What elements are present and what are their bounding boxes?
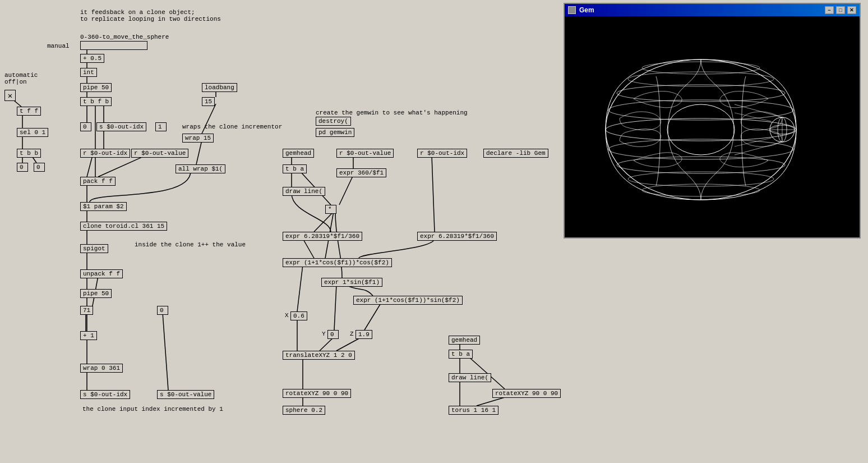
svg-point-52 bbox=[606, 118, 796, 141]
box-int[interactable]: int bbox=[80, 68, 97, 77]
gem-window: Gem − □ ✕ bbox=[564, 3, 861, 239]
comment-feedsback: it feedsback on a clone object; to repli… bbox=[80, 9, 221, 22]
svg-line-30 bbox=[303, 239, 314, 258]
box-expr1sin[interactable]: expr 1*sin($f1) bbox=[321, 278, 382, 287]
box-tbfb[interactable]: t b f b bbox=[80, 97, 112, 106]
box-input[interactable] bbox=[80, 41, 147, 50]
box-loadbang[interactable]: loadbang bbox=[202, 83, 237, 92]
box-1[interactable]: 1 bbox=[155, 122, 167, 131]
box-tff[interactable]: t f f bbox=[17, 107, 41, 116]
box-r0outidx[interactable]: r $0-out-idx bbox=[80, 149, 130, 158]
box-Y-val[interactable]: 0 bbox=[327, 330, 339, 339]
box-rotateXYZ-1[interactable]: rotateXYZ 90 0 90 bbox=[283, 389, 351, 398]
box-0-2[interactable]: 0 bbox=[17, 163, 28, 172]
box-wrap15[interactable]: wrap 15 bbox=[182, 134, 214, 143]
gem-minimize-button[interactable]: − bbox=[825, 6, 834, 14]
comment-inside: inside the clone 1++ the value bbox=[135, 241, 246, 248]
comment-manual: manual bbox=[47, 43, 70, 49]
box-pipe50-1[interactable]: pipe 50 bbox=[80, 83, 112, 92]
box-packff[interactable]: pack f f bbox=[80, 177, 116, 186]
svg-line-10 bbox=[87, 155, 93, 177]
patch-area: it feedsback on a clone object; to repli… bbox=[0, 0, 561, 463]
svg-point-53 bbox=[608, 100, 793, 120]
svg-line-42 bbox=[468, 356, 505, 389]
box-tba-2[interactable]: t b a bbox=[449, 350, 473, 359]
box-0-3[interactable]: 0 bbox=[34, 163, 45, 172]
box-expr1cos-2[interactable]: expr (1+1*cos($f1))*sin($f2) bbox=[353, 296, 463, 305]
box-add1[interactable]: + 1 bbox=[80, 331, 97, 340]
svg-point-60 bbox=[642, 184, 760, 196]
gem-maximize-button[interactable]: □ bbox=[836, 6, 845, 14]
box-0-4[interactable]: 0 bbox=[157, 306, 168, 315]
box-gemhead-2[interactable]: gemhead bbox=[449, 336, 480, 345]
comment-automatic: automatic off|on bbox=[4, 72, 38, 85]
box-expr360[interactable]: expr 360/$f1 bbox=[336, 168, 386, 177]
box-torus[interactable]: torus 1 16 1 bbox=[449, 406, 498, 415]
box-unpackff[interactable]: unpack f f bbox=[80, 269, 123, 278]
gem-titlebar: Gem − □ ✕ bbox=[565, 4, 860, 16]
comment-0360: 0-360-to_move_the_sphere bbox=[80, 34, 169, 40]
svg-line-34 bbox=[364, 302, 381, 330]
box-tba-1[interactable]: t b a bbox=[283, 164, 307, 173]
box-declarelib[interactable]: declare -lib Gem bbox=[483, 149, 548, 158]
svg-line-68 bbox=[735, 113, 771, 121]
box-pdgemwin[interactable]: pd gemwin bbox=[316, 128, 354, 137]
box-rotateXYZ-2[interactable]: rotateXYZ 90 0 90 bbox=[492, 389, 561, 398]
svg-line-69 bbox=[735, 138, 771, 146]
box-drawline-1[interactable]: draw line( bbox=[283, 187, 325, 196]
box-tbb[interactable]: t b b bbox=[17, 149, 41, 158]
toggle-automanual[interactable]: ✕ bbox=[4, 90, 16, 101]
svg-point-57 bbox=[608, 139, 793, 159]
svg-line-11 bbox=[98, 155, 146, 177]
comment-wraps: wraps the clone incrementor bbox=[182, 123, 282, 130]
box-allwrap[interactable]: all wrap $1( bbox=[176, 164, 225, 173]
box-mult[interactable]: * bbox=[325, 205, 336, 214]
box-1param2[interactable]: $1 param $2 bbox=[80, 202, 127, 211]
svg-point-50 bbox=[606, 59, 796, 200]
box-71[interactable]: 71 bbox=[80, 306, 93, 315]
gem-render-svg bbox=[583, 20, 841, 233]
box-gemhead-1[interactable]: gemhead bbox=[283, 149, 314, 158]
box-r0outvalue[interactable]: r $0-out-value bbox=[131, 149, 188, 158]
box-expr628-2[interactable]: expr 6.28319*$f1/360 bbox=[417, 232, 497, 241]
svg-line-9 bbox=[196, 140, 202, 164]
box-wrap0361[interactable]: wrap 0 361 bbox=[80, 364, 123, 373]
svg-line-33 bbox=[334, 285, 336, 330]
comment-gemwin: create the gemwin to see what's happenin… bbox=[316, 109, 468, 116]
box-clonetoroid[interactable]: clone toroid.cl 361 15 bbox=[80, 222, 167, 231]
box-spigot[interactable]: spigot bbox=[80, 244, 108, 253]
box-15[interactable]: 15 bbox=[202, 97, 215, 106]
svg-point-54 bbox=[617, 85, 785, 102]
svg-line-31 bbox=[432, 155, 435, 232]
box-0-1[interactable]: 0 bbox=[80, 122, 91, 131]
svg-line-32 bbox=[297, 265, 303, 311]
box-r0outvalue-2[interactable]: r $0-out-value bbox=[336, 149, 394, 158]
svg-point-58 bbox=[617, 157, 785, 173]
box-r0outidx-2[interactable]: r $0-out-idx bbox=[417, 149, 467, 158]
svg-line-22 bbox=[163, 313, 168, 390]
comment-clone-input: the clone input index incremented by 1 bbox=[82, 406, 223, 412]
box-pipe50-2[interactable]: pipe 50 bbox=[80, 289, 112, 298]
svg-line-26 bbox=[339, 175, 353, 205]
box-translateXYZ[interactable]: translateXYZ 1 2 0 bbox=[283, 351, 355, 360]
gem-close-button[interactable]: ✕ bbox=[847, 6, 856, 14]
box-Z-val[interactable]: 1.9 bbox=[355, 330, 372, 339]
box-drawline-2[interactable]: draw line( bbox=[449, 373, 491, 382]
box-sphere02[interactable]: sphere 0.2 bbox=[283, 406, 325, 415]
box-s0outidx-2[interactable]: s $0-out-idx bbox=[80, 390, 130, 399]
box-sel01[interactable]: sel 0 1 bbox=[17, 128, 48, 137]
gem-render-canvas bbox=[565, 16, 860, 237]
box-s0outidx-1[interactable]: s $0-out-idx bbox=[96, 122, 146, 131]
box-X-val[interactable]: 0.6 bbox=[290, 311, 307, 320]
gem-window-controls[interactable]: − □ ✕ bbox=[825, 6, 856, 14]
gem-title: Gem bbox=[579, 6, 594, 14]
gem-window-icon bbox=[568, 6, 576, 14]
svg-line-28 bbox=[314, 212, 334, 232]
box-destroy[interactable]: destroy( bbox=[316, 117, 351, 126]
svg-point-51 bbox=[667, 104, 735, 155]
box-expr628-1[interactable]: expr 6.28319*$f1/360 bbox=[283, 232, 362, 241]
box-expr1cos-1[interactable]: expr (1+1*cos($f1))*cos($f2) bbox=[283, 258, 392, 267]
box-s0outvalue[interactable]: s $0-out-value bbox=[157, 390, 214, 399]
box-add05[interactable]: + 0.5 bbox=[80, 54, 104, 63]
